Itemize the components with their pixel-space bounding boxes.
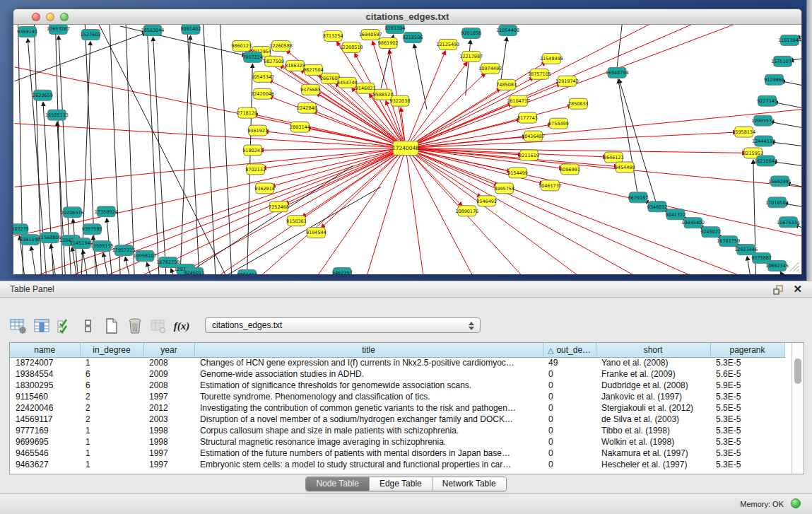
graph-edge[interactable] (110, 25, 120, 274)
graph-node[interactable]: 10436487 (522, 131, 545, 141)
graph-edge[interactable] (784, 82, 802, 86)
graph-node[interactable]: 8713254 (323, 30, 343, 41)
table-row[interactable]: 969969511998Structural magnetic resonanc… (10, 436, 784, 448)
graph-edge[interactable] (617, 25, 622, 67)
graph-node[interactable]: 9827504 (303, 64, 324, 75)
graph-edge[interactable] (99, 25, 225, 274)
graph-node[interactable]: 12208518 (340, 42, 363, 52)
graph-node[interactable]: 8096991 (560, 164, 580, 175)
graph-node[interactable]: 11675334 (777, 217, 800, 228)
graph-edge[interactable] (775, 162, 802, 165)
graph-node[interactable]: 10543342 (251, 71, 274, 82)
graph-node[interactable]: 9346052 (647, 201, 668, 212)
graph-node[interactable]: 8454749 (337, 77, 358, 88)
graph-node[interactable]: 16782759 (156, 257, 180, 268)
table-row[interactable]: 977716911998Corpus callosum shape and si… (10, 425, 784, 436)
table-row[interactable]: 946362711997Embryonic stem cells: a mode… (10, 459, 784, 470)
graph-node[interactable]: 12125493 (436, 39, 459, 49)
graph-node[interactable]: 8304412 (237, 270, 257, 274)
graph-node[interactable]: 11568809 (38, 233, 61, 243)
graph-edge[interactable] (126, 25, 134, 274)
float-panel-icon[interactable] (772, 284, 784, 296)
graph-node[interactable]: 7252468 (269, 201, 289, 212)
graph-node[interactable]: 2803144 (290, 122, 310, 132)
graph-node[interactable]: 8191304 (385, 25, 406, 33)
table-row[interactable]: 1830029562008Estimation of significance … (10, 380, 784, 391)
graph-node[interactable]: 18757105 (528, 69, 551, 79)
graph-node[interactable]: 12444139 (752, 136, 775, 146)
graph-edge[interactable] (772, 122, 802, 128)
graph-node[interactable]: 8679197 (628, 192, 649, 203)
graph-node[interactable]: 9861902 (378, 37, 399, 48)
graph-node[interactable]: 9041322 (666, 209, 686, 220)
graph-node[interactable]: 17957225 (112, 245, 136, 256)
table-row[interactable]: 946554611997Estimation of the future num… (10, 448, 784, 459)
graph-node[interactable]: 9227343 (757, 95, 777, 106)
graph-node[interactable]: 15751074 (771, 56, 794, 66)
graph-node[interactable]: 16104737 (507, 95, 530, 106)
graph-node[interactable]: 9454499 (615, 162, 635, 173)
graph-edge[interactable] (406, 148, 691, 274)
graph-node[interactable]: 11054408 (496, 25, 519, 35)
graph-node[interactable]: 10974493 (478, 63, 502, 74)
table-row[interactable]: 1872400712008Changes of HCN gene express… (10, 357, 784, 368)
graph-node[interactable]: 10945402 (681, 218, 705, 228)
graph-node[interactable]: 10653287 (47, 25, 70, 34)
graph-node[interactable]: 9194544 (306, 228, 326, 238)
graph-node[interactable]: 11613044 (778, 35, 801, 45)
graph-node[interactable]: 9245022 (700, 227, 721, 238)
graph-edge[interactable] (406, 148, 460, 204)
table-selector-dropdown[interactable]: citations_edges.txt (205, 317, 481, 333)
graph-node[interactable]: 17240048 (392, 141, 419, 156)
graph-edge[interactable] (620, 82, 657, 206)
graph-node[interactable]: 9397588 (82, 224, 102, 235)
column-header-in_degree[interactable]: in_degree (80, 343, 143, 357)
graph-node[interactable]: 20206576 (61, 207, 84, 218)
new-table-icon[interactable] (102, 317, 121, 335)
graph-edge[interactable] (263, 148, 406, 151)
graph-node[interactable]: 9154499 (507, 168, 528, 178)
table-row[interactable]: 1938455462009Genome-wide association stu… (10, 368, 784, 380)
graph-node[interactable]: 9362918 (254, 183, 275, 194)
graph-edge[interactable] (415, 47, 427, 110)
column-header-short[interactable]: short (596, 343, 710, 357)
graph-node[interactable]: 12260588 (269, 40, 293, 51)
table-settings-icon[interactable] (9, 317, 28, 335)
table-scrollbar[interactable] (792, 343, 804, 474)
graph-node[interactable]: 10890176 (455, 206, 478, 216)
graph-edge[interactable] (43, 105, 53, 274)
graph-node[interactable]: 12217987 (459, 51, 483, 62)
graph-node[interactable]: 2242848 (297, 103, 317, 113)
graph-node[interactable]: 7957224 (242, 52, 263, 62)
graph-edge[interactable] (177, 148, 406, 274)
table-row[interactable]: 2242004622012Investigating the contribut… (10, 402, 784, 414)
graph-node[interactable]: 13505135 (90, 241, 114, 252)
graph-node[interactable]: 16948794 (606, 67, 629, 78)
graph-node[interactable]: 9150361 (286, 216, 307, 226)
graph-node[interactable]: 16940597 (359, 29, 382, 40)
graph-node[interactable]: 9375685 (300, 84, 321, 95)
graph-edge[interactable] (797, 226, 802, 228)
graph-node[interactable]: 8303278 (13, 224, 29, 235)
graph-node[interactable]: 8495758 (494, 183, 514, 194)
graph-node[interactable]: 9860123 (231, 40, 252, 51)
table-row[interactable]: 911546021997Tourette syndrome. Phenomeno… (10, 391, 784, 402)
graph-edge[interactable] (32, 250, 36, 274)
graph-node[interactable]: 17016504 (765, 197, 789, 208)
graph-edge[interactable] (787, 204, 802, 207)
graph-node[interactable]: 7485083 (496, 79, 517, 90)
graph-edge[interactable] (501, 40, 507, 81)
graph-edge[interactable] (338, 85, 406, 148)
network-canvas[interactable]: 1724004898601238912954122605889827509818… (13, 25, 802, 274)
graph-node[interactable]: 10461737 (539, 180, 562, 191)
graph-node[interactable]: 9322038 (390, 95, 411, 106)
column-visibility-icon[interactable] (33, 317, 51, 335)
graph-node[interactable]: 11548498 (540, 53, 563, 64)
graph-node[interactable]: 9462357 (332, 268, 353, 274)
graph-node[interactable]: 3391590 (20, 235, 40, 245)
graph-node[interactable]: 8646123 (604, 152, 624, 163)
column-header-title[interactable]: title (194, 343, 543, 357)
column-header-pagerank[interactable]: pagerank (710, 343, 784, 357)
graph-edge[interactable] (406, 148, 423, 274)
graph-node[interactable]: 9129966 (764, 74, 784, 85)
